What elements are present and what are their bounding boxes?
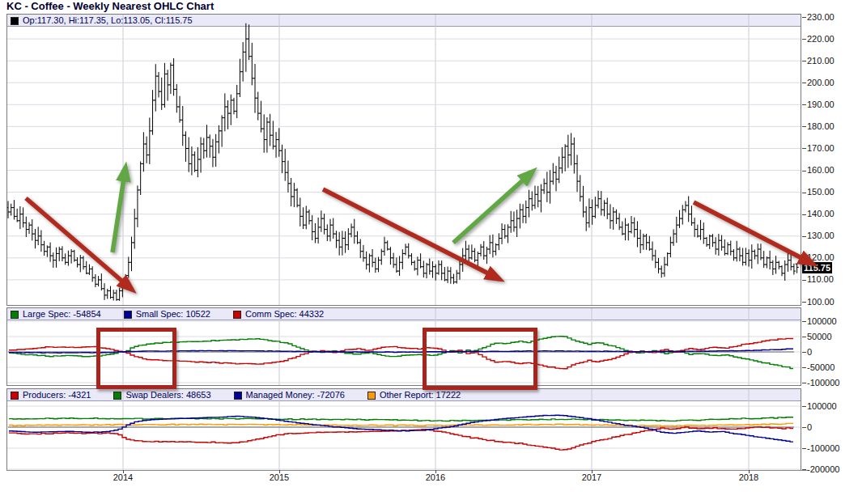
large-spec-label: Large Spec: -54854: [23, 309, 101, 320]
managed-money-label: Managed Money: -72076: [246, 390, 345, 400]
price-tickmark: [802, 104, 806, 105]
ohlc-chart: [7, 15, 801, 305]
cot-spec-tickmark: [802, 383, 806, 383]
ohlc-legend-item: Op:117.30, Hi:117.35, Lo:113.05, Cl:115.…: [11, 15, 193, 26]
last-price-label: 115.75: [802, 262, 832, 273]
price-tick-label: 230.00: [807, 12, 835, 23]
cot-spec-legend: Large Spec: -54854 Small Spec: 10522 Com…: [11, 309, 324, 320]
legend-item-producers: Producers: -4321: [11, 390, 91, 400]
other-report-swatch-icon: [367, 392, 376, 400]
cot-spec-tickmark: [802, 367, 806, 368]
cot-spec-tickmark: [802, 337, 806, 337]
price-tick-label: 170.00: [807, 143, 835, 154]
price-tickmark: [802, 258, 806, 259]
price-tick-label: 200.00: [807, 78, 835, 88]
cot-disagg-panel: Producers: -4321 Swap Dealers: 48653 Man…: [6, 388, 801, 471]
cot-disagg-tickmark: [802, 469, 806, 470]
price-tickmark: [802, 302, 806, 303]
legend-item-small-spec: Small Spec: 10522: [124, 309, 210, 320]
x-axis-tickmark: [592, 470, 593, 473]
ohlc-swatch-icon: [11, 17, 19, 25]
cot-spec-tick-label: -100000: [807, 378, 839, 388]
price-panel: Op:117.30, Hi:117.35, Lo:113.05, Cl:115.…: [6, 14, 801, 306]
price-tickmark: [802, 148, 806, 149]
managed-money-swatch-icon: [234, 392, 242, 400]
cot-spec-tick-label: 0: [807, 347, 812, 358]
producers-label: Producers: -4321: [23, 390, 91, 400]
legend-item-swap-dealers: Swap Dealers: 48653: [113, 390, 210, 400]
legend-item-managed-money: Managed Money: -72076: [234, 390, 345, 400]
cot-disagg-tick-label: -200000: [807, 464, 839, 475]
legend-item-comm-spec: Comm Spec: 44332: [233, 309, 324, 320]
chart-container: KC - Coffee - Weekly Nearest OHLC Chart …: [0, 0, 858, 504]
price-tickmark: [802, 214, 806, 215]
cot-spec-tick-label: 50000: [807, 332, 832, 342]
swap-dealers-swatch-icon: [113, 392, 121, 400]
x-axis-year-label: 2015: [263, 472, 295, 482]
cot-spec-tickmark: [802, 321, 806, 322]
price-tick-label: 180.00: [807, 121, 835, 132]
price-tick-label: 110.00: [807, 274, 834, 285]
cot-spec-tick-label: -50000: [807, 362, 835, 373]
ohlc-legend-label: Op:117.30, Hi:117.35, Lo:113.05, Cl:115.…: [23, 15, 193, 26]
swap-dealers-label: Swap Dealers: 48653: [125, 390, 210, 400]
cot-disagg-tickmark: [802, 448, 806, 449]
small-spec-swatch-icon: [124, 311, 132, 319]
cot-disagg-tick-label: 0: [807, 422, 812, 433]
x-axis-tickmark: [123, 470, 124, 473]
price-tickmark: [802, 236, 806, 237]
cot-disagg-tickmark: [802, 406, 806, 407]
x-axis-tickmark: [435, 470, 436, 473]
price-tickmark: [802, 280, 806, 281]
price-tick-label: 210.00: [807, 56, 835, 66]
highlight-box: [423, 328, 537, 390]
other-report-label: Other Report: 17222: [380, 390, 461, 400]
producers-swatch-icon: [11, 392, 19, 400]
cot-disagg-tickmark: [802, 427, 806, 428]
price-tickmark: [802, 61, 806, 61]
x-axis-year-label: 2014: [107, 472, 139, 482]
large-spec-swatch-icon: [11, 311, 19, 319]
cot-disagg-tick-label: 100000: [807, 401, 837, 412]
x-axis-year-label: 2018: [733, 472, 765, 482]
x-axis-tickmark: [749, 470, 750, 473]
comm-spec-swatch-icon: [233, 311, 241, 319]
price-tickmark: [802, 126, 806, 127]
x-axis-year-label: 2016: [419, 472, 452, 482]
cot-disagg-legend: Producers: -4321 Swap Dealers: 48653 Man…: [11, 390, 461, 400]
x-axis-year-label: 2017: [576, 472, 608, 482]
cot-disagg-tick-label: -100000: [807, 443, 839, 454]
price-tick-label: 190.00: [807, 100, 835, 110]
price-tick-label: 160.00: [807, 165, 835, 176]
price-legend: Op:117.30, Hi:117.35, Lo:113.05, Cl:115.…: [11, 15, 193, 26]
price-tickmark: [802, 17, 806, 18]
comm-spec-label: Comm Spec: 44332: [245, 309, 324, 320]
cot-spec-tickmark: [802, 352, 806, 353]
price-tickmark: [802, 193, 806, 193]
cot-disagg-chart: [7, 389, 801, 470]
price-tick-label: 130.00: [807, 231, 835, 241]
price-tickmark: [802, 171, 806, 172]
price-tick-label: 140.00: [807, 209, 835, 219]
highlight-box: [96, 328, 176, 389]
price-tick-label: 100.00: [807, 297, 835, 307]
cot-spec-tick-label: 100000: [807, 316, 837, 327]
price-tick-label: 220.00: [807, 34, 835, 44]
price-tickmark: [802, 83, 806, 83]
price-tickmark: [802, 39, 806, 40]
x-axis-line: [6, 470, 808, 471]
legend-item-large-spec: Large Spec: -54854: [11, 309, 101, 320]
legend-item-other-report: Other Report: 17222: [367, 390, 461, 400]
small-spec-label: Small Spec: 10522: [136, 309, 210, 320]
chart-title: KC - Coffee - Weekly Nearest OHLC Chart: [6, 0, 214, 12]
x-axis-tickmark: [279, 470, 280, 473]
price-tick-label: 150.00: [807, 187, 835, 197]
